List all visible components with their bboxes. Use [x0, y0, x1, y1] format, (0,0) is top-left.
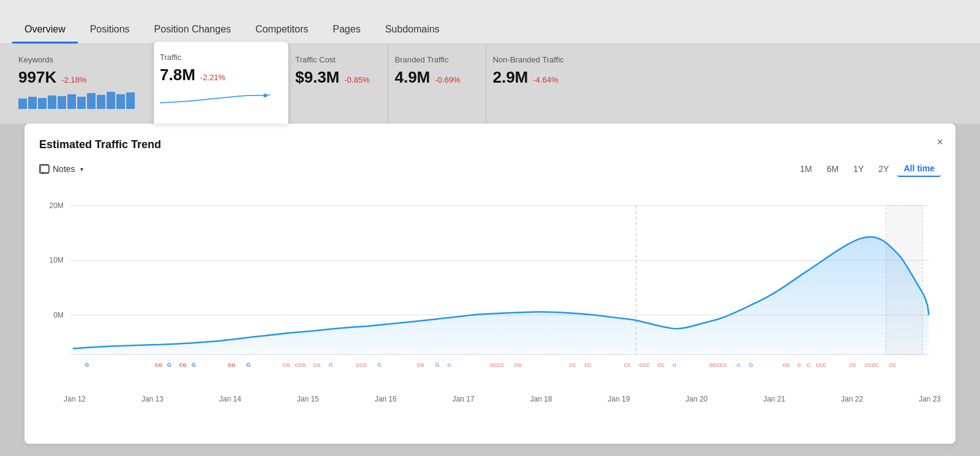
svg-text:20M: 20M — [50, 201, 64, 210]
svg-text:10M: 10M — [50, 256, 64, 264]
svg-text:GCCC: GCCC — [490, 362, 505, 368]
svg-point-0 — [263, 94, 267, 97]
bar-7 — [77, 97, 86, 109]
tab-pages[interactable]: Pages — [320, 14, 372, 43]
time-btn-6m[interactable]: 6M — [821, 162, 845, 176]
metrics-bar: Keywords 997K -2.18% Traff — [0, 44, 980, 124]
traffic-mini-chart — [160, 89, 270, 108]
svg-text:CC: CC — [889, 362, 896, 368]
svg-text:CG: CG — [179, 362, 187, 368]
bar-2 — [28, 97, 37, 109]
svg-text:CC: CC — [584, 362, 592, 368]
svg-text:0M: 0M — [53, 311, 64, 320]
svg-text:CC: CC — [658, 362, 665, 368]
keywords-mini-chart — [18, 92, 135, 109]
svg-text:CCG: CCG — [295, 362, 306, 368]
bar-1 — [18, 99, 27, 109]
notes-chevron: ▾ — [80, 166, 83, 173]
chart-panel: Estimated Traffic Trend × Notes ▾ — [24, 124, 956, 444]
svg-text:CG: CG — [283, 362, 290, 368]
bar-12 — [126, 92, 135, 109]
time-btn-all-time[interactable]: All time — [897, 161, 941, 177]
traffic-chart: 20M 10M 0M G CG G — [39, 187, 941, 389]
x-label-jan15: Jan 15 — [297, 395, 319, 403]
svg-text:CG: CG — [314, 362, 321, 368]
bar-3 — [38, 98, 47, 109]
svg-text:CC: CC — [850, 362, 857, 368]
close-button[interactable]: × — [937, 136, 943, 149]
traffic-change: -2.21% — [200, 73, 225, 82]
time-btn-1y[interactable]: 1Y — [847, 162, 870, 176]
notes-button[interactable]: Notes ▾ — [39, 162, 83, 176]
traffic-cost-change: -0.85% — [344, 75, 369, 84]
traffic-cost-label: Traffic Cost — [295, 55, 369, 64]
branded-traffic-value: 4.9M -0.69% — [394, 68, 467, 87]
metric-branded-traffic[interactable]: Branded Traffic 4.9M -0.69% — [388, 44, 486, 124]
svg-text:CG: CG — [514, 362, 522, 368]
svg-text:G: G — [246, 362, 251, 368]
svg-text:G: G — [328, 362, 333, 368]
x-label-jan20: Jan 20 — [685, 395, 707, 403]
svg-text:G: G — [435, 362, 439, 368]
svg-text:G: G — [673, 362, 676, 368]
x-label-jan18: Jan 18 — [530, 395, 552, 403]
svg-text:CC: CC — [624, 362, 631, 368]
x-label-jan21: Jan 21 — [763, 395, 785, 403]
x-axis-labels: Jan 12 Jan 13 Jan 14 Jan 15 Jan 16 Jan 1… — [39, 391, 941, 403]
svg-text:CG: CG — [155, 362, 162, 368]
tab-subdomains[interactable]: Subdomains — [373, 14, 452, 43]
x-label-jan19: Jan 19 — [608, 395, 630, 403]
chart-controls: Notes ▾ 1M 6M 1Y 2Y All time — [39, 161, 941, 177]
bar-11 — [116, 94, 125, 109]
bar-4 — [48, 95, 56, 109]
notes-label: Notes — [53, 164, 75, 174]
non-branded-traffic-value: 2.9M -4.64% — [492, 68, 565, 87]
svg-text:CC: CC — [569, 362, 576, 368]
bar-8 — [87, 93, 96, 109]
chart-svg: 20M 10M 0M G CG G — [39, 187, 941, 389]
svg-text:CCC: CCC — [816, 362, 826, 368]
traffic-cost-value: $9.3M -0.85% — [295, 68, 369, 87]
svg-text:G: G — [192, 362, 196, 368]
svg-text:G: G — [749, 362, 753, 368]
tab-position-changes[interactable]: Position Changes — [142, 14, 243, 43]
x-label-jan16: Jan 16 — [375, 395, 397, 403]
time-range-controls: 1M 6M 1Y 2Y All time — [794, 161, 941, 177]
non-branded-traffic-change: -4.64% — [533, 75, 558, 84]
bottom-section: Estimated Traffic Trend × Notes ▾ — [0, 124, 980, 450]
bar-10 — [107, 92, 115, 109]
svg-text:G: G — [377, 362, 382, 368]
time-btn-1m[interactable]: 1M — [794, 162, 818, 176]
svg-text:CCG: CCG — [356, 362, 367, 368]
non-branded-traffic-label: Non-Branded Traffic — [492, 55, 565, 64]
traffic-value: 7.8M -2.21% — [160, 65, 270, 84]
metric-traffic[interactable]: Traffic 7.8M -2.21% — [153, 42, 288, 124]
x-label-jan23: Jan 23 — [919, 395, 941, 403]
metric-keywords[interactable]: Keywords 997K -2.18% — [12, 44, 153, 124]
tab-positions[interactable]: Positions — [78, 14, 142, 43]
svg-text:CCC: CCC — [639, 362, 650, 368]
svg-text:C: C — [807, 362, 810, 368]
svg-text:CG: CG — [228, 362, 235, 368]
svg-rect-1 — [40, 165, 49, 173]
svg-text:G: G — [447, 362, 451, 368]
x-label-jan14: Jan 14 — [219, 395, 241, 403]
svg-text:CG: CG — [417, 362, 424, 368]
svg-text:CCCC: CCCC — [865, 362, 879, 368]
tab-overview[interactable]: Overview — [12, 14, 78, 43]
chart-title: Estimated Traffic Trend — [39, 138, 941, 151]
branded-traffic-change: -0.69% — [435, 75, 460, 84]
x-label-jan17: Jan 17 — [453, 395, 475, 403]
time-btn-2y[interactable]: 2Y — [872, 162, 895, 176]
metric-traffic-cost[interactable]: Traffic Cost $9.3M -0.85% — [288, 44, 388, 124]
top-navigation: Overview Positions Position Changes Comp… — [0, 0, 980, 44]
x-label-jan13: Jan 13 — [141, 395, 164, 403]
svg-text:CG: CG — [782, 362, 790, 368]
svg-text:GCCCC: GCCCC — [709, 362, 727, 368]
bar-9 — [97, 95, 105, 109]
tab-competitors[interactable]: Competitors — [243, 14, 320, 43]
keywords-label: Keywords — [18, 55, 135, 64]
x-label-jan22: Jan 22 — [841, 395, 863, 403]
svg-text:G: G — [167, 362, 172, 368]
metric-non-branded-traffic[interactable]: Non-Branded Traffic 2.9M -4.64% — [486, 44, 584, 124]
